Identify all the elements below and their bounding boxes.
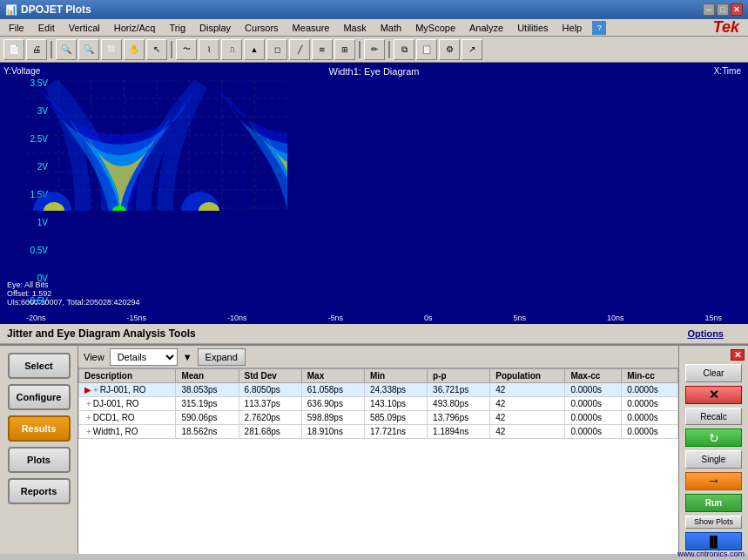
zoom-in-button[interactable]: 🔍 xyxy=(56,39,77,60)
signal2-button[interactable]: ⎍ xyxy=(221,39,242,60)
window-controls: ─ □ ✕ xyxy=(703,3,743,16)
panel-title: Jitter and Eye Diagram Analysis Tools Op… xyxy=(0,324,748,344)
cell-min: 143.10ps xyxy=(364,397,427,411)
options-link[interactable]: Options xyxy=(687,328,724,339)
cell-mean: 315.19ps xyxy=(176,397,239,411)
clear-button[interactable]: Clear xyxy=(685,364,742,382)
menu-measure[interactable]: Measure xyxy=(286,21,337,35)
results-button[interactable]: Results xyxy=(8,415,71,442)
x-tick-5: 5ns xyxy=(513,314,526,322)
zoom-box-button[interactable]: ⬜ xyxy=(101,39,122,60)
col-header-population[interactable]: Population xyxy=(490,369,565,383)
view-select[interactable]: Details Summary Brief xyxy=(110,348,178,366)
signal7-button[interactable]: ⊞ xyxy=(334,39,355,60)
run-button[interactable]: Run xyxy=(685,494,742,512)
cursor-button[interactable]: ↖ xyxy=(146,39,167,60)
table-row[interactable]: +DJ-001, RO315.19ps113.37ps636.90ps143.1… xyxy=(79,397,678,411)
cell-max: 18.910ns xyxy=(301,425,364,439)
copy-button[interactable]: ⧉ xyxy=(394,39,414,60)
pan-button[interactable]: ✋ xyxy=(124,39,145,60)
single-run-button[interactable]: → xyxy=(685,472,742,490)
bar-chart-button[interactable]: ▐▌ xyxy=(685,532,742,550)
expand-icon[interactable]: + xyxy=(86,399,91,408)
configure-button[interactable]: Configure xyxy=(8,384,71,410)
minimize-button[interactable]: ─ xyxy=(703,3,715,16)
menu-display[interactable]: Display xyxy=(192,21,238,35)
table-row[interactable]: ▶+RJ-001, RO38.053ps6.8050ps61.058ps24.3… xyxy=(79,383,678,397)
table-row[interactable]: +DCD1, RO590.06ps2.7620ps598.89ps585.09p… xyxy=(79,411,678,425)
expand-icon[interactable]: + xyxy=(93,385,98,395)
cell-mean: 38.053ps xyxy=(176,383,239,397)
refresh-button[interactable]: ↻ xyxy=(685,428,742,447)
menu-edit[interactable]: Edit xyxy=(31,21,62,35)
clear-x-button[interactable]: ✕ xyxy=(685,386,742,404)
col-header-description[interactable]: Description xyxy=(79,369,176,383)
menu-myscope[interactable]: MyScope xyxy=(408,21,462,35)
col-header-pp[interactable]: p-p xyxy=(428,369,490,383)
table-row[interactable]: +Width1, RO18.562ns281.68ps18.910ns17.72… xyxy=(79,425,678,439)
right-panel: ✕ Clear ✕ Recalc ↻ Single → Run Show Plo… xyxy=(678,346,748,554)
print-button[interactable]: 🖨 xyxy=(26,39,47,60)
view-label: View xyxy=(84,352,104,362)
plots-button[interactable]: Plots xyxy=(8,447,71,473)
tek-logo: Tek xyxy=(713,18,746,37)
cell-mean: 18.562ns xyxy=(176,425,239,439)
new-button[interactable]: 📄 xyxy=(3,39,24,60)
export-button[interactable]: ↗ xyxy=(462,39,482,60)
results-table[interactable]: Description Mean Std Dev Max Min p-p Pop… xyxy=(78,368,678,554)
menu-vertical[interactable]: Vertical xyxy=(62,21,107,35)
settings-button[interactable]: ⚙ xyxy=(439,39,460,60)
x-tick-n15: -15ns xyxy=(126,314,146,322)
expand-icon[interactable]: + xyxy=(86,413,91,422)
signal4-button[interactable]: ◻ xyxy=(266,39,287,60)
col-header-mincc[interactable]: Min-cc xyxy=(622,369,678,383)
col-header-maxcc[interactable]: Max-cc xyxy=(565,369,622,383)
bottom-section: Jitter and Eye Diagram Analysis Tools Op… xyxy=(0,324,748,534)
plot-info-line1: Eye: All Bits xyxy=(7,280,139,289)
row-expand-icon: ▶ xyxy=(84,385,91,395)
x-icon: ✕ xyxy=(709,388,719,401)
signal1-button[interactable]: ⌇ xyxy=(199,39,219,60)
menu-help[interactable]: Help xyxy=(556,21,590,35)
paste-button[interactable]: 📋 xyxy=(416,39,437,60)
cell-max: 636.90ps xyxy=(301,397,364,411)
panel-title-text: Jitter and Eye Diagram Analysis Tools xyxy=(7,327,196,340)
menu-horiz[interactable]: Horiz/Acq xyxy=(107,21,163,35)
close-panel-button[interactable]: ✕ xyxy=(731,349,745,361)
menu-utilities[interactable]: Utilities xyxy=(510,21,555,35)
data-table: Description Mean Std Dev Max Min p-p Pop… xyxy=(78,368,678,439)
signal5-button[interactable]: ╱ xyxy=(289,39,310,60)
signal6-button[interactable]: ≋ xyxy=(312,39,333,60)
zoom-out-button[interactable]: 🔍 xyxy=(78,39,99,60)
info-icon[interactable]: ? xyxy=(592,21,606,35)
menu-file[interactable]: File xyxy=(2,21,31,35)
cell-maxcc: 0.0000s xyxy=(565,425,622,439)
menu-cursors[interactable]: Cursors xyxy=(238,21,286,35)
show-plots-button[interactable]: Show Plots xyxy=(685,516,742,529)
col-header-stddev[interactable]: Std Dev xyxy=(239,369,301,383)
menu-trig[interactable]: Trig xyxy=(162,21,192,35)
expand-icon[interactable]: + xyxy=(86,427,91,436)
close-button[interactable]: ✕ xyxy=(731,3,743,16)
single-button[interactable]: Single xyxy=(685,450,742,469)
pen-button[interactable]: ✏ xyxy=(364,39,385,60)
reports-button[interactable]: Reports xyxy=(8,478,71,504)
maximize-button[interactable]: □ xyxy=(717,3,729,16)
signal3-button[interactable]: ▲ xyxy=(244,39,265,60)
x-tick-15: 15ns xyxy=(704,314,722,322)
menu-analyze[interactable]: Analyze xyxy=(462,21,510,35)
sep4 xyxy=(388,41,390,58)
cell-stddev: 6.8050ps xyxy=(239,383,301,397)
cell-max: 61.058ps xyxy=(301,383,364,397)
menu-mask[interactable]: Mask xyxy=(336,21,373,35)
watermark: www.cntronics.com xyxy=(677,550,745,558)
col-header-max[interactable]: Max xyxy=(301,369,364,383)
waveform-button[interactable]: 〜 xyxy=(176,39,197,60)
cell-population: 42 xyxy=(490,397,565,411)
expand-button[interactable]: Expand xyxy=(198,348,246,366)
recalc-button[interactable]: Recalc xyxy=(685,408,742,426)
col-header-min[interactable]: Min xyxy=(364,369,427,383)
select-button[interactable]: Select xyxy=(8,353,71,379)
menu-math[interactable]: Math xyxy=(374,21,408,35)
col-header-mean[interactable]: Mean xyxy=(176,369,239,383)
